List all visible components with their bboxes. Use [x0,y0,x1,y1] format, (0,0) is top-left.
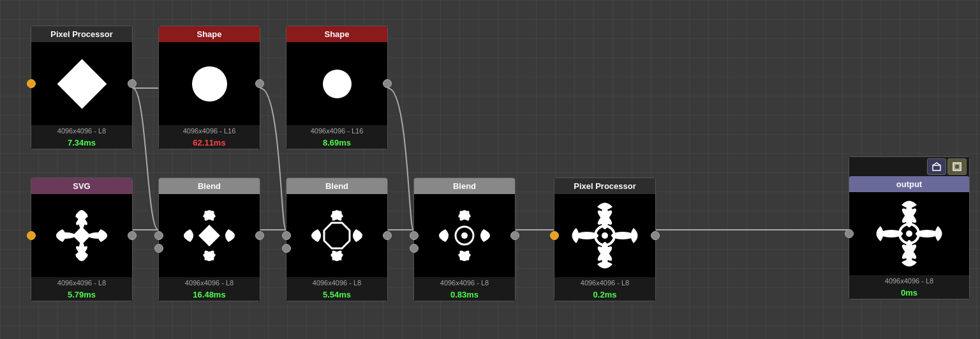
node-blend1[interactable]: Blend 4096x4096 - L8 16 [158,177,260,301]
node-title-blend3: Blend [414,178,515,194]
port-left-svg[interactable] [27,231,36,240]
port-right-pixel1[interactable] [128,79,137,88]
node-preview-shape1 [159,42,260,125]
node-title-blend1: Blend [159,178,260,194]
node-title-pixel2: Pixel Processor [554,178,655,194]
port-left-pixel2[interactable] [550,231,559,240]
node-pixel-processor-2[interactable]: Pixel Processor [554,177,656,301]
svg-rect-34 [933,165,940,170]
circle-shape2 [323,70,352,98]
node-preview-pixel2 [554,194,655,277]
node-preview-output [849,192,969,275]
node-blend3[interactable]: Blend 4096x4096 - L8 [413,177,516,301]
output-icon-3d[interactable] [927,158,946,175]
node-time-output: 0ms [849,287,969,299]
port-right-blend1[interactable] [255,231,264,240]
node-title-svg: SVG [31,178,132,194]
node-res-blend3: 4096x4096 - L8 [414,277,515,289]
port-left-blend1[interactable] [154,231,163,240]
port-right-shape1[interactable] [255,79,264,88]
port-right-blend3[interactable] [510,231,519,240]
node-preview-svg [31,194,132,277]
svg-point-46 [906,230,912,237]
port-right-pixel2[interactable] [651,231,660,240]
node-time-shape2: 8.69ms [286,137,387,149]
circle-shape1 [192,66,227,102]
node-svg[interactable]: SVG [31,177,133,301]
port-right-shape2[interactable] [383,79,392,88]
port-left2-blend2[interactable] [282,244,291,253]
node-shape1[interactable]: Shape 4096x4096 - L16 62.11ms [158,26,260,149]
svg-point-23 [461,232,468,239]
node-pixel-processor-1[interactable]: Pixel Processor 4096x4096 - L8 7.34ms [31,26,133,149]
port-left-blend2[interactable] [282,231,291,240]
node-blend2[interactable]: Blend 4096x4096 - L8 [286,177,388,301]
node-preview-blend2 [286,194,387,277]
node-time-pixel2: 0.2ms [554,289,655,301]
node-title-shape1: Shape [159,26,260,42]
node-preview-blend3 [414,194,515,277]
svg-rect-13 [198,225,220,246]
svg-rect-8 [73,227,91,245]
node-title-pixel1: Pixel Processor [31,26,132,42]
port-left-blend3[interactable] [410,231,419,240]
node-res-svg: 4096x4096 - L8 [31,277,132,289]
node-res-shape2: 4096x4096 - L16 [286,125,387,137]
port-left2-blend1[interactable] [154,244,163,253]
port-left-output[interactable] [845,229,854,238]
node-output[interactable]: output [849,156,970,299]
node-res-shape1: 4096x4096 - L16 [159,125,260,137]
node-res-blend2: 4096x4096 - L8 [286,277,387,289]
node-preview-shape2 [286,42,387,125]
node-time-shape1: 62.11ms [159,137,260,149]
port-right-blend2[interactable] [383,231,392,240]
node-time-blend2: 5.54ms [286,289,387,301]
node-res-output: 4096x4096 - L8 [849,275,969,287]
node-time-svg: 5.79ms [31,289,132,301]
svg-rect-36 [954,164,960,169]
node-title-shape2: Shape [286,26,387,42]
node-res-pixel1: 4096x4096 - L8 [31,125,132,137]
port-left2-blend3[interactable] [410,244,419,253]
node-time-blend3: 0.83ms [414,289,515,301]
node-title-output: output [849,176,969,192]
node-res-pixel2: 4096x4096 - L8 [554,277,655,289]
port-right-svg[interactable] [128,231,137,240]
output-icon-2d[interactable] [947,158,967,175]
diamond-shape [57,59,107,109]
port-left-pixel1[interactable] [27,79,36,88]
node-time-blend1: 16.48ms [159,289,260,301]
node-preview-pixel1 [31,42,132,125]
node-res-blend1: 4096x4096 - L8 [159,277,260,289]
node-time-pixel1: 7.34ms [31,137,132,149]
svg-point-33 [602,232,608,239]
node-title-blend2: Blend [286,178,387,194]
node-preview-blend1 [159,194,260,277]
node-shape2[interactable]: Shape 4096x4096 - L16 8.69ms [286,26,388,149]
